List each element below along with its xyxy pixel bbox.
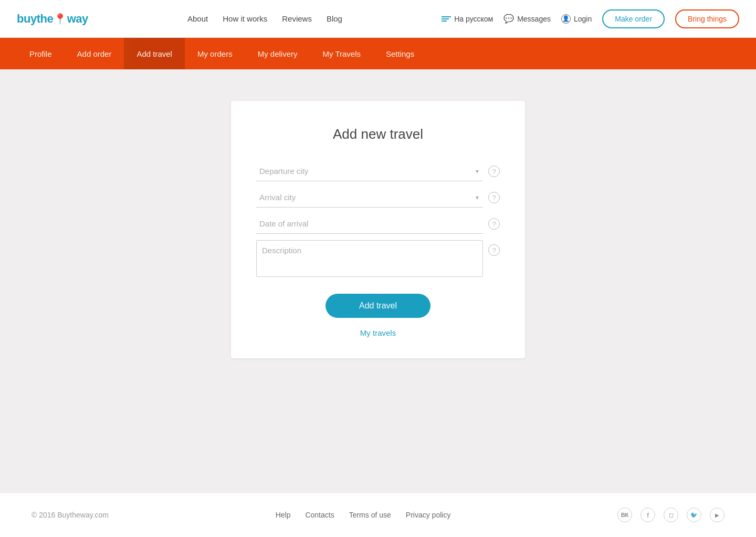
arrival-city-input[interactable] <box>256 188 483 208</box>
copyright: © 2016 Buytheway.com <box>32 511 109 519</box>
nav-how-it-works[interactable]: How it works <box>223 14 267 23</box>
my-travels-link[interactable]: My travels <box>256 328 500 337</box>
description-textarea[interactable] <box>256 240 483 277</box>
language-switcher[interactable]: На русском <box>442 15 493 23</box>
logo-text: buythe📍way <box>17 12 88 26</box>
subnav-my-travels[interactable]: My Travels <box>310 38 374 69</box>
departure-city-row: ▾ ? <box>256 161 500 181</box>
subnav-my-delivery[interactable]: My delivery <box>245 38 310 69</box>
departure-city-input[interactable] <box>256 161 483 181</box>
footer-links: Help Contacts Terms of use Privacy polic… <box>276 511 451 519</box>
main-nav: About How it works Reviews Blog <box>187 14 342 23</box>
arrival-help-icon[interactable]: ? <box>488 192 500 203</box>
messages-label: Messages <box>517 15 551 23</box>
subnav-settings[interactable]: Settings <box>373 38 427 69</box>
footer: © 2016 Buytheway.com Help Contacts Terms… <box>0 492 756 537</box>
social-youtube-icon[interactable]: ▶ <box>710 508 724 522</box>
departure-help-icon[interactable]: ? <box>488 166 500 177</box>
footer-terms[interactable]: Terms of use <box>349 511 391 519</box>
social-facebook-icon[interactable]: f <box>640 508 655 522</box>
footer-privacy[interactable]: Privacy policy <box>406 511 451 519</box>
logo[interactable]: buythe📍way <box>17 12 88 26</box>
login-label: Login <box>574 15 592 23</box>
social-vk-icon[interactable]: ВК <box>617 508 632 522</box>
header: buythe📍way About How it works Reviews Bl… <box>0 0 756 38</box>
add-travel-card: Add new travel ▾ ? ▾ ? ? <box>231 101 525 358</box>
logo-pin-icon: 📍 <box>54 13 67 25</box>
make-order-button[interactable]: Make order <box>602 9 665 28</box>
arrival-city-row: ▾ ? <box>256 188 500 208</box>
bring-things-button[interactable]: Bring things <box>675 9 739 28</box>
date-help-icon[interactable]: ? <box>488 218 500 230</box>
footer-contacts[interactable]: Contacts <box>305 511 334 519</box>
login-button[interactable]: 👤 Login <box>561 14 592 24</box>
footer-help[interactable]: Help <box>276 511 291 519</box>
date-of-arrival-input[interactable] <box>256 214 483 234</box>
description-field <box>256 240 483 279</box>
language-label: На русском <box>454 15 493 23</box>
messages-button[interactable]: 💬 Messages <box>503 14 551 24</box>
social-twitter-icon[interactable]: 🐦 <box>687 508 701 522</box>
header-right: На русском 💬 Messages 👤 Login Make order… <box>442 9 739 28</box>
nav-about[interactable]: About <box>187 14 208 23</box>
date-of-arrival-row: ? <box>256 214 500 234</box>
subnav: Profile Add order Add travel My orders M… <box>0 38 756 69</box>
subnav-my-orders[interactable]: My orders <box>185 38 245 69</box>
arrival-city-field: ▾ <box>256 188 483 208</box>
nav-reviews[interactable]: Reviews <box>282 14 312 23</box>
date-of-arrival-field <box>256 214 483 234</box>
form-title: Add new travel <box>256 126 500 142</box>
subnav-add-travel[interactable]: Add travel <box>124 38 185 69</box>
description-row: ? <box>256 240 500 279</box>
nav-blog[interactable]: Blog <box>327 14 342 23</box>
main-content: Add new travel ▾ ? ▾ ? ? <box>0 69 756 492</box>
social-links: ВК f ◻ 🐦 ▶ <box>617 508 724 522</box>
subnav-add-order[interactable]: Add order <box>65 38 124 69</box>
chat-icon: 💬 <box>503 14 514 24</box>
lang-lines-icon <box>442 16 451 22</box>
departure-city-field: ▾ <box>256 161 483 181</box>
user-icon: 👤 <box>561 14 571 24</box>
description-help-icon[interactable]: ? <box>488 244 500 256</box>
social-instagram-icon[interactable]: ◻ <box>664 508 678 522</box>
subnav-profile[interactable]: Profile <box>17 38 65 69</box>
add-travel-button[interactable]: Add travel <box>326 294 430 318</box>
